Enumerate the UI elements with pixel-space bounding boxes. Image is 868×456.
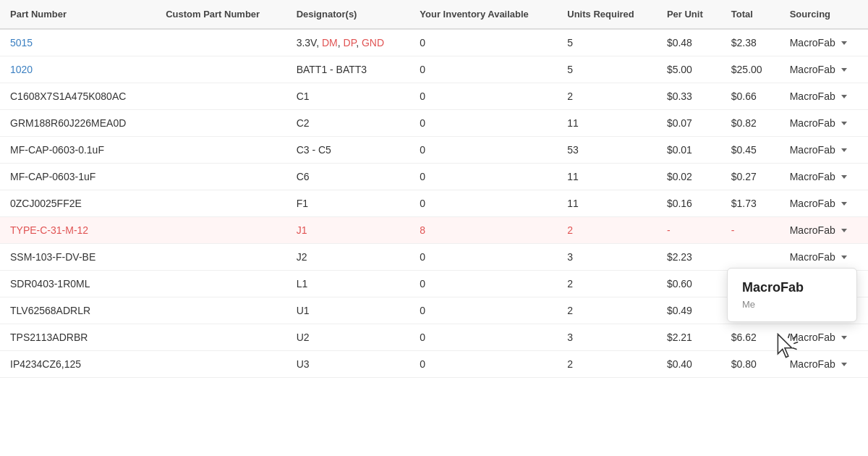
cell-custom-part-number: [156, 56, 286, 83]
dropdown-arrow-icon: [841, 256, 847, 259]
cell-part-number: 1020: [0, 56, 156, 83]
cell-total: $25.00: [721, 56, 780, 83]
cell-sourcing: MacroFab: [780, 29, 868, 56]
cell-part-number: 5015: [0, 29, 156, 56]
part-number-link-error[interactable]: TYPE-C-31-M-12: [10, 224, 88, 236]
cell-total: $2.38: [721, 29, 780, 56]
cell-units-required: 53: [557, 137, 657, 164]
cell-inventory-available: 0: [409, 190, 557, 217]
cell-part-number: MF-CAP-0603-0.1uF: [0, 137, 156, 164]
col-header-sourcing: Sourcing: [780, 0, 868, 29]
dropdown-arrow-icon: [841, 148, 847, 152]
cell-units-required: 11: [557, 190, 657, 217]
cell-custom-part-number: [156, 217, 286, 244]
part-number-link[interactable]: 1020: [10, 64, 33, 75]
cell-designators: F1: [286, 190, 410, 217]
cell-custom-part-number: [156, 29, 286, 56]
cell-inventory-available: 0: [409, 83, 557, 110]
cell-custom-part-number: [156, 164, 286, 190]
table-row: MF-CAP-0603-1uFC6011$0.02$0.27MacroFab: [0, 164, 868, 190]
dropdown-arrow-icon: [841, 336, 847, 339]
cell-inventory-available: 0: [409, 137, 557, 164]
cell-designators: C1: [286, 83, 410, 110]
table-row: 50153.3V, DM, DP, GND05$0.48$2.38MacroFa…: [0, 29, 868, 56]
cell-custom-part-number: [156, 351, 286, 378]
cell-part-number: SDR0403-1R0ML: [0, 271, 156, 297]
part-number-link[interactable]: 5015: [10, 37, 33, 48]
cell-inventory-available: 0: [409, 244, 557, 271]
cell-sourcing: MacroFab: [780, 244, 868, 271]
page-wrapper: Part Number Custom Part Number Designato…: [0, 0, 868, 456]
cell-inventory-available: 0: [409, 351, 557, 378]
cell-total: -: [721, 217, 780, 244]
cell-part-number: IP4234CZ6,125: [0, 351, 156, 378]
cell-designators: J2: [286, 244, 410, 271]
sourcing-label: MacroFab: [790, 117, 835, 129]
cell-designators: U3: [286, 351, 410, 378]
dropdown-arrow-icon: [841, 363, 847, 366]
cell-part-number: TLV62568ADRLR: [0, 297, 156, 324]
cell-custom-part-number: [156, 324, 286, 351]
cell-per-unit: $0.60: [657, 271, 721, 297]
cell-sourcing: MacroFab: [780, 137, 868, 164]
col-header-per-unit: Per Unit: [657, 0, 721, 29]
sourcing-dropdown-button[interactable]: MacroFab: [790, 224, 847, 236]
tooltip-subtitle: Me: [742, 299, 755, 310]
cell-inventory-available: 0: [409, 297, 557, 324]
cell-inventory-available: 0: [409, 271, 557, 297]
dropdown-arrow-icon: [841, 41, 847, 45]
cell-designators: U1: [286, 297, 410, 324]
cell-designators: 3.3V, DM, DP, GND: [286, 29, 410, 56]
sourcing-dropdown-button[interactable]: MacroFab: [790, 198, 847, 209]
sourcing-dropdown-button[interactable]: MacroFab: [790, 144, 847, 156]
cell-sourcing: MacroFab: [780, 56, 868, 83]
cell-part-number: SSM-103-F-DV-BE: [0, 244, 156, 271]
cell-inventory-available: 0: [409, 164, 557, 190]
cell-units-required: 5: [557, 29, 657, 56]
cell-custom-part-number: [156, 137, 286, 164]
cell-units-required: 11: [557, 164, 657, 190]
cell-designators: J1: [286, 217, 410, 244]
cell-part-number: TYPE-C-31-M-12: [0, 217, 156, 244]
svg-line-0: [793, 337, 796, 339]
cell-units-required: 11: [557, 110, 657, 137]
cell-per-unit: $0.16: [657, 190, 721, 217]
tooltip-title: MacroFab: [742, 280, 842, 295]
designator-link-error[interactable]: J1: [297, 224, 307, 236]
sourcing-dropdown-button[interactable]: MacroFab: [790, 64, 847, 75]
cell-units-required: 3: [557, 324, 657, 351]
cell-designators: C6: [286, 164, 410, 190]
cell-designators: C3 - C5: [286, 137, 410, 164]
sourcing-dropdown-button[interactable]: MacroFab: [790, 37, 847, 48]
svg-line-2: [793, 348, 796, 350]
cell-units-required: 5: [557, 56, 657, 83]
svg-line-1: [794, 342, 798, 344]
cell-per-unit: $2.23: [657, 244, 721, 271]
table-row: 0ZCJ0025FF2EF1011$0.16$1.73MacroFab: [0, 190, 868, 217]
dropdown-arrow-icon: [841, 202, 847, 206]
sourcing-dropdown-button[interactable]: MacroFab: [790, 171, 847, 182]
table-row: GRM188R60J226MEA0DC2011$0.07$0.82MacroFa…: [0, 110, 868, 137]
cell-total: $1.73: [721, 190, 780, 217]
table-row: IP4234CZ6,125U302$0.40$0.80MacroFab: [0, 351, 868, 378]
dropdown-arrow-icon: [841, 68, 847, 72]
col-header-total: Total: [721, 0, 780, 29]
cell-inventory-available: 0: [409, 29, 557, 56]
dropdown-arrow-icon: [841, 122, 847, 125]
cell-inventory-available: 8: [409, 217, 557, 244]
cell-sourcing: MacroFab: [780, 217, 868, 244]
cell-units-required: 2: [557, 217, 657, 244]
sourcing-label: MacroFab: [790, 37, 835, 48]
sourcing-dropdown-button[interactable]: MacroFab: [790, 251, 847, 263]
sourcing-label: MacroFab: [790, 144, 835, 156]
cell-sourcing: MacroFab: [780, 83, 868, 110]
cell-per-unit: $0.40: [657, 351, 721, 378]
cell-total: $0.45: [721, 137, 780, 164]
sourcing-dropdown-button[interactable]: MacroFab: [790, 117, 847, 129]
cell-per-unit: $0.48: [657, 29, 721, 56]
table-header-row: Part Number Custom Part Number Designato…: [0, 0, 868, 29]
dropdown-arrow-icon: [841, 175, 847, 179]
sourcing-dropdown-button[interactable]: MacroFab: [790, 90, 847, 102]
cell-inventory-available: 0: [409, 324, 557, 351]
cell-custom-part-number: [156, 190, 286, 217]
